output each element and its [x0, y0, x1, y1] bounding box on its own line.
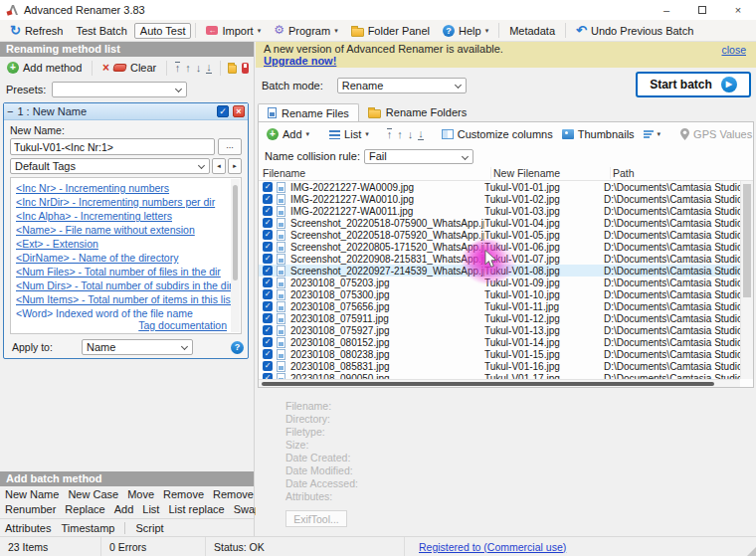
column-header-filename[interactable]: Filename	[259, 167, 490, 179]
table-row[interactable]: ✓20230108_085831.jpgTukul-V01-16.jpgD:\D…	[259, 360, 740, 372]
auto-test-button[interactable]: Auto Test	[134, 23, 192, 39]
tag-link[interactable]: <Num Dirs> - Total number of subdirs in …	[16, 278, 227, 292]
maximize-button[interactable]	[684, 0, 720, 20]
customize-columns-button[interactable]: Customize columns	[440, 126, 555, 142]
table-row[interactable]: ✓20230108_075300.jpgTukul-V01-10.jpgD:\D…	[259, 288, 740, 300]
move-to-bottom-button[interactable]: ↓	[206, 62, 212, 74]
sort-button[interactable]: ▾	[642, 128, 663, 141]
table-row[interactable]: ✓20230108_075927.jpgTukul-V01-13.jpgD:\D…	[259, 324, 740, 336]
clear-methods-button[interactable]: × Clear	[100, 60, 158, 76]
tag-link[interactable]: <Num Items> - Total number of items in t…	[16, 292, 227, 306]
tag-link[interactable]: <Num Files> - Total number of files in t…	[16, 265, 227, 278]
tag-link[interactable]: <Inc Nr> - Incrementing numbers	[16, 181, 227, 195]
add-batch-link[interactable]: Replace	[65, 503, 104, 515]
move-file-up-button[interactable]: ↑	[397, 129, 403, 140]
row-checkbox[interactable]: ✓	[263, 218, 273, 228]
row-checkbox[interactable]: ✓	[263, 182, 273, 192]
collision-rule-select[interactable]: Fail	[364, 149, 473, 164]
import-button[interactable]: ← Import ▾	[200, 23, 267, 39]
table-row[interactable]: ✓Screenshot_20220927-214539_WhatsApp.jpg…	[259, 265, 740, 277]
tag-list-scrollbar[interactable]	[231, 179, 240, 332]
method-help-icon[interactable]: ?	[231, 341, 244, 354]
table-row[interactable]: ✓20230108_075911.jpgTukul-V01-12.jpgD:\D…	[259, 312, 740, 324]
add-batch-link[interactable]: Attributes	[5, 522, 51, 534]
move-down-button[interactable]: ↓	[196, 63, 202, 74]
save-preset-icon[interactable]	[242, 63, 249, 74]
start-batch-button[interactable]: Start batch ▶	[636, 72, 751, 97]
close-button[interactable]: ×	[720, 0, 756, 20]
tag-link[interactable]: <Ext> - Extension	[16, 237, 227, 251]
minimize-button[interactable]: –	[649, 0, 684, 20]
tab-rename-folders[interactable]: Rename Folders	[359, 103, 475, 121]
batch-mode-select[interactable]: Rename	[337, 78, 467, 93]
table-row[interactable]: ✓Screenshot_20220805-171520_WhatsApp.jpg…	[259, 241, 740, 253]
add-files-button[interactable]: + Add ▾	[265, 126, 311, 142]
row-checkbox[interactable]: ✓	[263, 278, 273, 287]
move-file-bottom-button[interactable]: ↓	[418, 128, 424, 140]
row-checkbox[interactable]: ✓	[263, 230, 273, 240]
tags-next-button[interactable]: ►	[228, 158, 242, 174]
apply-to-select[interactable]: Name	[82, 339, 193, 355]
add-batch-link[interactable]: Script	[135, 522, 163, 534]
method-close-button[interactable]: ×	[233, 105, 245, 117]
tab-rename-files[interactable]: Rename Files	[258, 103, 359, 121]
row-checkbox[interactable]: ✓	[263, 349, 273, 359]
add-batch-link[interactable]: Remove	[163, 488, 204, 500]
move-file-down-button[interactable]: ↓	[408, 129, 414, 140]
move-file-top-button[interactable]: ↑	[387, 128, 393, 140]
add-batch-link[interactable]: New Case	[68, 488, 118, 500]
table-row[interactable]: ✓20230108_080152.jpgTukul-V01-14.jpgD:\D…	[259, 336, 740, 348]
scrollbar-thumb[interactable]	[233, 185, 238, 280]
method-header[interactable]: − 1 : New Name ✓ ×	[4, 103, 248, 120]
tag-category-select[interactable]: Default Tags	[10, 158, 210, 174]
open-preset-icon[interactable]	[228, 65, 237, 74]
resize-grip[interactable]	[747, 547, 756, 556]
add-batch-link[interactable]: List	[142, 503, 159, 515]
program-button[interactable]: ⚙ Program ▾	[268, 23, 343, 39]
thumbnails-button[interactable]: Thumbnails	[560, 126, 637, 142]
add-batch-link[interactable]: Add	[114, 503, 134, 515]
help-button[interactable]: ? Help ▾	[437, 23, 494, 39]
presets-select[interactable]	[52, 82, 187, 97]
metadata-button[interactable]: Metadata	[503, 23, 561, 39]
move-to-top-button[interactable]: ↑	[175, 62, 181, 74]
row-checkbox[interactable]: ✓	[263, 206, 273, 216]
undo-previous-batch-button[interactable]: ↶ Undo Previous Batch	[570, 23, 699, 39]
scrollbar-thumb[interactable]	[743, 184, 751, 297]
table-row[interactable]: ✓20230108_075656.jpgTukul-V01-11.jpgD:\D…	[259, 300, 740, 312]
add-method-button[interactable]: + Add method	[5, 60, 84, 76]
add-batch-link[interactable]: List replace	[168, 503, 224, 515]
add-batch-link[interactable]: Move	[127, 488, 154, 500]
row-checkbox[interactable]: ✓	[263, 289, 273, 299]
new-name-input[interactable]	[10, 138, 215, 155]
browse-tags-button[interactable]: ...	[218, 138, 242, 155]
upgrade-now-link[interactable]: Upgrade now!	[264, 55, 336, 67]
column-header-path[interactable]: Path	[610, 167, 753, 179]
column-header-new-filename[interactable]: New Filename	[490, 167, 610, 179]
exiftool-button[interactable]: ExifTool...	[285, 510, 347, 527]
list-button[interactable]: List ▾	[327, 126, 371, 142]
move-up-button[interactable]: ↑	[185, 63, 191, 74]
tag-documentation-link[interactable]: Tag documentation	[138, 319, 227, 331]
tag-link[interactable]: <Name> - File name without extension	[16, 223, 227, 237]
collapse-icon[interactable]: −	[7, 105, 13, 117]
registered-link[interactable]: Registered to (Commercial use)	[419, 541, 566, 553]
row-checkbox[interactable]: ✓	[263, 325, 273, 335]
tag-link[interactable]: <Inc NrDir> - Incrementing numbers per d…	[16, 195, 227, 209]
vertical-scrollbar[interactable]	[740, 181, 753, 379]
table-row[interactable]: ✓20230108_090050.jpgTukul-V01-17.jpgD:\D…	[259, 372, 740, 379]
add-batch-link[interactable]: New Name	[5, 488, 59, 500]
table-row[interactable]: ✓IMG-20221227-WA0009.jpgTukul-V01-01.jpg…	[259, 181, 740, 193]
add-batch-link[interactable]: Timestamp	[61, 522, 114, 534]
add-batch-link[interactable]: Renumber	[5, 503, 56, 515]
close-notification-link[interactable]: close	[721, 44, 746, 56]
row-checkbox[interactable]: ✓	[263, 266, 273, 276]
test-batch-button[interactable]: Test Batch	[70, 23, 132, 39]
folder-panel-button[interactable]: Folder Panel	[345, 23, 436, 39]
table-row[interactable]: ✓IMG-20221227-WA0011.jpgTukul-V01-03.jpg…	[259, 205, 740, 217]
tag-link[interactable]: <Inc Alpha> - Incrementing letters	[16, 209, 227, 223]
gps-values-button[interactable]: GPS Values	[678, 126, 754, 142]
horizontal-scrollbar[interactable]	[259, 379, 740, 387]
row-checkbox[interactable]: ✓	[263, 194, 273, 204]
row-checkbox[interactable]: ✓	[263, 242, 273, 252]
